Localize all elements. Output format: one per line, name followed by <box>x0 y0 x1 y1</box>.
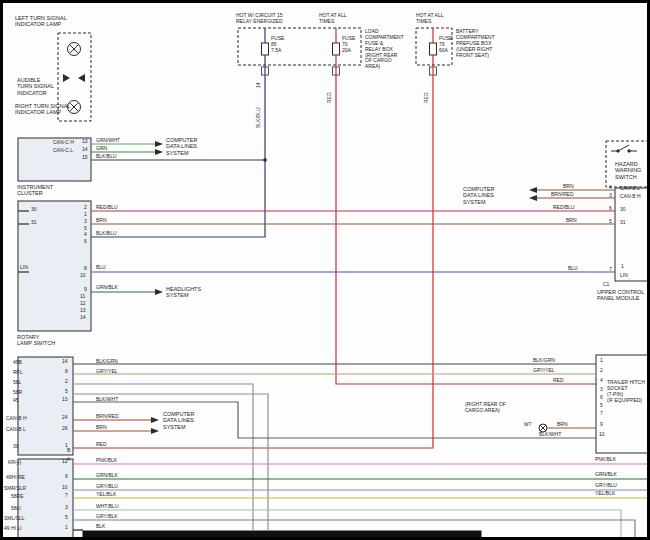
turn-signal-lamp-icon <box>68 43 81 56</box>
box-bottom-module <box>83 531 481 537</box>
inline-connector-icon <box>262 67 437 75</box>
arrow-can-c-l <box>155 149 163 155</box>
box-upper-control-panel-module <box>615 188 647 281</box>
wiring-diagram-page: LEFT TURN SIGNAL INDICATOR LAMPAUDIBLE T… <box>0 0 650 540</box>
hazard-switch-icon <box>611 145 637 152</box>
box-connector-section-a <box>18 459 73 537</box>
fuse-icon <box>262 43 437 55</box>
wire-58l <box>73 384 253 531</box>
arrow-mod-can-b-l <box>529 187 537 193</box>
box-hazard-warning-switch <box>606 141 647 187</box>
arrow-can-b-h <box>151 417 159 423</box>
box-load-compartment-fusebox <box>238 28 361 65</box>
arrow-can-c-h <box>155 141 163 147</box>
box-instrument-cluster <box>18 138 91 181</box>
box-connector-section-b <box>18 357 73 455</box>
box-rotary-lamp-switch <box>18 201 91 331</box>
arrow-mod-can-b-h <box>529 195 537 201</box>
turn-signal-lamp-icon <box>68 101 81 114</box>
ground-w7-icon <box>539 424 547 432</box>
audible-indicator-icon <box>63 74 85 82</box>
arrow-can-b-l <box>151 428 159 434</box>
junction-dot <box>263 158 267 162</box>
wire-blk-blu-main <box>91 55 265 237</box>
box-trailer-hitch-socket <box>596 355 647 453</box>
arrow-headlights <box>155 289 163 295</box>
wire-red-fuse70 <box>336 55 596 384</box>
diagram-canvas <box>3 3 647 537</box>
